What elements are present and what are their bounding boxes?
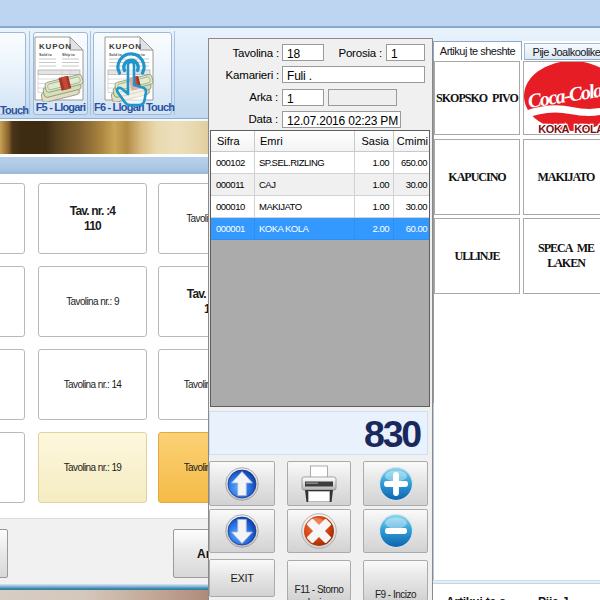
svg-text:KOKA KOLA: KOKA KOLA — [538, 123, 600, 135]
